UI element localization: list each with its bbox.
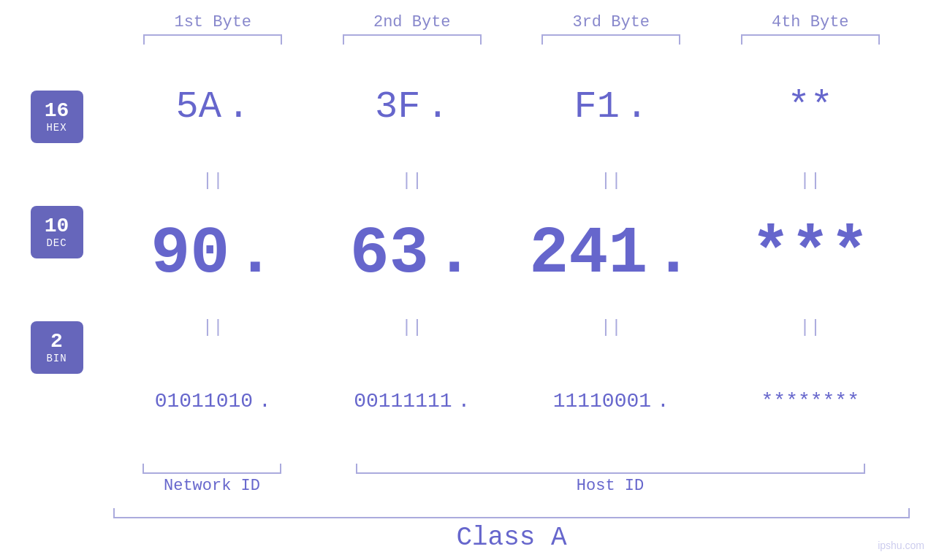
bin-val-3: 11110001 — [553, 390, 651, 413]
bracket-line-3 — [541, 34, 680, 45]
bin-val-2: 00111111 — [354, 390, 452, 413]
content-area: 16 HEX 10 DEC 2 BIN 5A . 3F — [0, 45, 939, 464]
hex-val-3: F1 — [574, 85, 619, 129]
bracket-top-row — [0, 34, 939, 45]
equals-row-1: || || || || — [113, 169, 910, 192]
hex-val-4: ** — [788, 85, 833, 129]
bracket-top-4 — [712, 34, 909, 45]
bin-badge-label: BIN — [46, 353, 66, 364]
network-id-section: Network ID — [113, 464, 311, 495]
bracket-line-4 — [741, 34, 880, 45]
bin-badge-number: 2 — [50, 331, 63, 353]
host-id-section: Host ID — [311, 464, 910, 495]
dec-val-2: 63 — [350, 217, 429, 291]
bin-dot-2: . — [458, 390, 471, 413]
hex-data-row: 5A . 3F . F1 . ** — [113, 45, 910, 169]
bracket-top-3 — [512, 34, 710, 45]
eq1-2: || — [313, 171, 511, 191]
bracket-top-1 — [114, 34, 311, 45]
dec-cell-1: 90 . — [114, 217, 311, 291]
dec-val-1: 90 — [151, 217, 229, 291]
watermark: ipshu.com — [878, 540, 924, 551]
class-row: Class A — [0, 508, 939, 553]
hex-badge-number: 16 — [45, 100, 69, 123]
bin-badge: 2 BIN — [31, 321, 83, 374]
hex-cell-3: F1 . — [512, 85, 710, 129]
hex-cell-1: 5A . — [114, 85, 311, 129]
eq1-1: || — [114, 171, 311, 191]
eq2-1: || — [114, 318, 311, 337]
dec-data-row: 90 . 63 . 241 . *** — [113, 192, 910, 317]
host-id-label: Host ID — [311, 477, 910, 495]
main-container: 1st Byte 2nd Byte 3rd Byte 4th Byte 16 H… — [0, 0, 939, 560]
bin-data-row: 01011010 . 00111111 . 11110001 . *******… — [113, 339, 910, 464]
network-id-bracket — [142, 464, 281, 474]
eq2-3: || — [512, 318, 710, 337]
host-id-bracket — [356, 464, 865, 474]
class-label: Class A — [113, 523, 910, 553]
bin-dot-1: . — [259, 390, 271, 413]
data-grid: 5A . 3F . F1 . ** || || || — [113, 45, 939, 464]
bracket-line-2 — [343, 34, 482, 45]
dec-val-3: 241 — [529, 217, 647, 291]
eq2-2: || — [313, 318, 511, 337]
dec-badge-label: DEC — [46, 237, 66, 249]
eq1-3: || — [512, 171, 710, 191]
bin-dot-3: . — [657, 390, 669, 413]
hex-dot-1: . — [227, 85, 250, 129]
hex-dot-3: . — [626, 85, 648, 129]
dec-dot-3: . — [653, 217, 693, 291]
dec-cell-2: 63 . — [313, 217, 511, 291]
bottom-labels: Network ID Host ID — [113, 464, 910, 495]
bin-cell-4: ******** — [712, 390, 909, 413]
network-id-label: Network ID — [113, 477, 311, 495]
dec-cell-4: *** — [712, 217, 909, 291]
dec-badge-number: 10 — [45, 215, 69, 238]
equals-row-2: || || || || — [113, 316, 910, 339]
bin-val-1: 01011010 — [155, 390, 253, 413]
bottom-section: Network ID Host ID — [0, 464, 939, 495]
hex-val-2: 3F — [375, 85, 420, 129]
dec-badge: 10 DEC — [31, 206, 83, 258]
byte1-header: 1st Byte — [114, 13, 311, 31]
badges-column: 16 HEX 10 DEC 2 BIN — [0, 45, 113, 464]
byte2-header: 2nd Byte — [313, 13, 511, 31]
hex-cell-2: 3F . — [313, 85, 511, 129]
class-bracket — [113, 508, 910, 518]
hex-cell-4: ** — [712, 85, 909, 129]
bin-val-4: ******** — [761, 390, 859, 413]
dec-cell-3: 241 . — [512, 217, 710, 291]
hex-badge: 16 HEX — [31, 91, 83, 143]
eq1-4: || — [712, 171, 909, 191]
bin-cell-2: 00111111 . — [313, 390, 511, 413]
eq2-4: || — [712, 318, 909, 337]
bracket-line-1 — [143, 34, 282, 45]
dec-val-4: *** — [751, 217, 870, 291]
dec-dot-1: . — [235, 217, 275, 291]
byte3-header: 3rd Byte — [512, 13, 710, 31]
dec-dot-2: . — [435, 217, 474, 291]
byte-headers: 1st Byte 2nd Byte 3rd Byte 4th Byte — [0, 13, 939, 31]
bracket-top-2 — [313, 34, 511, 45]
byte4-header: 4th Byte — [712, 13, 909, 31]
hex-val-1: 5A — [175, 85, 221, 129]
hex-badge-label: HEX — [46, 122, 66, 134]
bin-cell-3: 11110001 . — [512, 390, 710, 413]
hex-dot-2: . — [426, 85, 449, 129]
bin-cell-1: 01011010 . — [114, 390, 311, 413]
